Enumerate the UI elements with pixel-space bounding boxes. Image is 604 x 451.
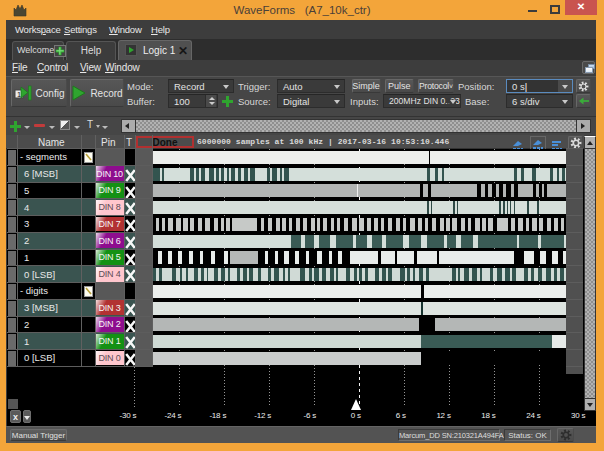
svg-text:1: 1 — [16, 90, 20, 99]
